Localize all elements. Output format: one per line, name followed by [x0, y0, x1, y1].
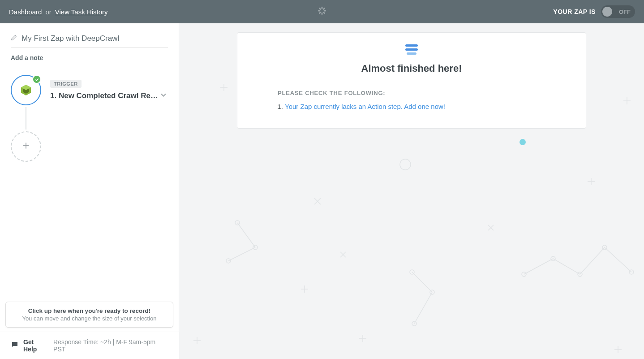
card-icon-wrap	[278, 44, 545, 55]
card-check-label: PLEASE CHECK THE FOLLOWING:	[278, 90, 545, 96]
zap-toggle[interactable]: OFF	[601, 5, 635, 18]
svg-point-28	[629, 270, 634, 274]
task-history-link[interactable]: View Task History	[55, 8, 108, 16]
zap-title: My First Zap with DeepCrawl	[21, 34, 119, 43]
svg-point-14	[235, 221, 240, 225]
svg-line-34	[314, 198, 321, 204]
svg-line-18	[228, 247, 255, 261]
trigger-step-circle	[11, 75, 41, 105]
status-card: Almost finished here! PLEASE CHECK THE F…	[237, 32, 586, 129]
zapier-logo-icon	[317, 6, 327, 17]
svg-line-33	[314, 198, 321, 204]
svg-point-15	[253, 245, 258, 250]
svg-rect-3	[324, 10, 326, 12]
toggle-knob	[602, 7, 612, 17]
add-action-link[interactable]: Your Zap currently lacks an Action step.…	[285, 103, 445, 110]
tooltip-sub: You can move and change the size of your…	[13, 315, 166, 322]
svg-line-30	[553, 259, 580, 274]
toggle-state-text: OFF	[619, 9, 631, 15]
app-header: Dashboard or View Task History YOUR ZAP …	[0, 0, 644, 23]
main-area: Almost finished here! PLEASE CHECK THE F…	[179, 23, 644, 359]
svg-line-38	[488, 225, 494, 230]
svg-point-20	[430, 290, 434, 294]
check-list-item: Your Zap currently lacks an Action step.…	[285, 103, 545, 110]
sidebar: My First Zap with DeepCrawl Add a note T…	[0, 23, 179, 359]
trigger-step[interactable]: TRIGGER 1. New Completed Crawl Re…	[11, 75, 168, 105]
svg-line-22	[412, 272, 432, 292]
cursor-indicator	[519, 139, 526, 145]
check-icon	[32, 75, 41, 84]
svg-point-21	[412, 321, 416, 326]
add-note-link[interactable]: Add a note	[11, 54, 168, 61]
footer-help[interactable]: Get Help Response Time: ~2h | M-F 9am-5p…	[0, 332, 179, 359]
svg-point-19	[410, 270, 414, 274]
dashboard-link[interactable]: Dashboard	[9, 8, 42, 16]
svg-point-26	[578, 272, 582, 277]
zap-title-row[interactable]: My First Zap with DeepCrawl	[11, 34, 168, 48]
record-tooltip: Click up here when you're ready to recor…	[5, 302, 173, 328]
trigger-step-meta: TRIGGER 1. New Completed Crawl Re…	[50, 79, 168, 101]
svg-point-25	[551, 256, 555, 261]
pencil-icon	[11, 35, 17, 43]
svg-rect-4	[323, 8, 326, 10]
svg-line-29	[524, 259, 553, 274]
trigger-badge: TRIGGER	[50, 80, 82, 88]
header-nav: Dashboard or View Task History	[9, 8, 108, 16]
list-icon	[405, 44, 418, 55]
svg-line-37	[488, 225, 494, 230]
svg-rect-0	[322, 7, 323, 9]
svg-line-23	[414, 292, 432, 324]
svg-line-31	[580, 247, 605, 274]
chevron-down-icon[interactable]	[159, 91, 168, 101]
zap-status-label: YOUR ZAP IS	[553, 8, 596, 15]
svg-point-27	[602, 245, 607, 250]
svg-rect-5	[319, 12, 322, 14]
svg-line-35	[340, 252, 346, 257]
trigger-step-title: 1. New Completed Crawl Re…	[50, 91, 158, 100]
svg-point-16	[226, 259, 231, 263]
help-meta: Response Time: ~2h | M-F 9am-5pm PST	[53, 338, 168, 353]
svg-point-24	[522, 272, 526, 277]
svg-point-13	[400, 159, 411, 170]
card-title: Almost finished here!	[278, 63, 545, 74]
svg-line-36	[340, 252, 346, 257]
header-or-text: or	[45, 8, 51, 16]
svg-rect-1	[322, 13, 323, 15]
tooltip-title: Click up here when you're ready to recor…	[13, 307, 166, 314]
header-right: YOUR ZAP IS OFF	[553, 5, 635, 18]
svg-rect-7	[323, 12, 326, 14]
step-connector	[26, 107, 26, 130]
svg-line-32	[605, 247, 631, 272]
get-help-label: Get Help	[23, 338, 49, 353]
deepcrawl-app-icon	[19, 83, 33, 97]
add-step-button[interactable]	[11, 131, 41, 162]
svg-rect-2	[318, 10, 321, 12]
steps-area: TRIGGER 1. New Completed Crawl Re…	[11, 75, 168, 162]
svg-line-17	[237, 223, 255, 247]
check-list: Your Zap currently lacks an Action step.…	[278, 103, 545, 110]
chat-icon	[11, 341, 19, 350]
plus-icon	[21, 140, 31, 154]
svg-rect-6	[319, 8, 322, 10]
